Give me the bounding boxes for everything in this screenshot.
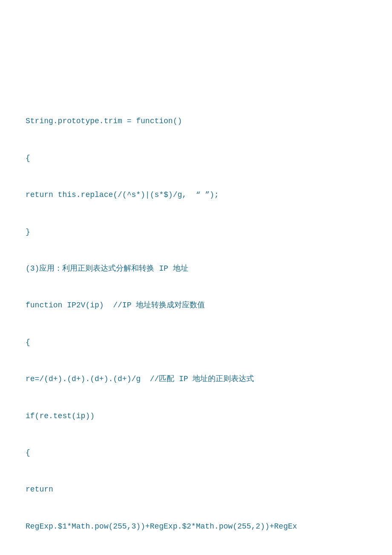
line-13: return <box>26 483 366 496</box>
line-5: return this.replace(/(^s*)|(s*$)/g, “ ”)… <box>26 189 366 201</box>
line-10: re=/(d+).(d+).(d+).(d+)/g //匹配 IP 地址的正则表… <box>26 373 366 385</box>
line-4: { <box>26 152 366 165</box>
line-6: } <box>26 226 366 238</box>
code-content: String.prototype.trim = function() { ret… <box>26 17 366 555</box>
line-3: String.prototype.trim = function() <box>26 115 366 127</box>
line-2 <box>26 78 366 91</box>
line-11: if(re.test(ip)) <box>26 410 366 422</box>
line-9: { <box>26 336 366 349</box>
line-1 <box>26 42 366 54</box>
line-14: RegExp.$1*Math.pow(255,3))+RegExp.$2*Mat… <box>26 520 366 533</box>
line-8: function IP2V(ip) //IP 地址转换成对应数值 <box>26 299 366 312</box>
line-7: (3)应用：利用正则表达式分解和转换 IP 地址 <box>26 263 366 275</box>
line-12: { <box>26 447 366 459</box>
